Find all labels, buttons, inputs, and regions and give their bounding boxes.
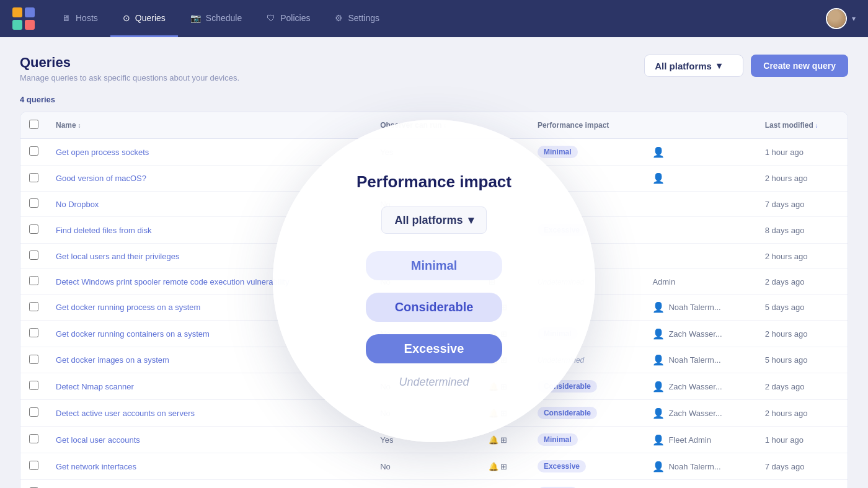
impact-badge: Minimal (538, 146, 578, 158)
author-cell: 👤Zach Wasser... (644, 321, 756, 347)
create-query-button[interactable]: Create new query (751, 55, 848, 77)
row-checkbox[interactable] (29, 328, 38, 337)
impact-badge: Excessive (538, 460, 586, 472)
row-checkbox[interactable] (29, 302, 38, 311)
logo[interactable] (12, 7, 35, 30)
author-cell: Admin (644, 269, 756, 295)
main-content: Queries Manage queries to ask specific q… (0, 37, 868, 488)
select-all-header[interactable] (20, 112, 47, 139)
author-cell: 👤 (644, 166, 756, 192)
windows-icon: ⊞ (489, 277, 495, 286)
query-name-link[interactable]: Get docker images on a system (56, 355, 169, 365)
row-checkbox[interactable] (29, 146, 38, 156)
windows-icon: ⊞ (500, 435, 507, 445)
author-icon: 👤 (652, 301, 665, 313)
table-row: Detect Nmap scannerNo🔔⊞Considerable👤Zach… (20, 373, 848, 400)
query-name-link[interactable]: Detect active user accounts on servers (56, 409, 195, 418)
nav-queries[interactable]: ⊙ Queries (110, 0, 178, 37)
select-all-checkbox[interactable] (29, 120, 38, 129)
impact-badge: Excessive (538, 224, 586, 236)
chevron-down-icon[interactable]: ▾ (852, 14, 856, 23)
platforms-cell: 🔔⊞ (480, 347, 529, 373)
author-icon: 👤 (652, 434, 665, 446)
observer-cell: No (371, 400, 480, 427)
impact-cell (529, 192, 644, 217)
table-row: No DropboxNo7 days ago (20, 192, 848, 217)
content-area: Queries Manage queries to ask specific q… (0, 37, 868, 488)
platform-icons: 🔔⊞ (489, 355, 520, 365)
platform-icons: 🔔⊞ (489, 303, 520, 312)
impact-cell: Considerable (529, 400, 644, 427)
nav-policies-label: Policies (280, 13, 310, 23)
platforms-cell: 🔔⊞ (480, 295, 529, 321)
platform-icons: 🔔⊞ (489, 462, 520, 471)
schedule-icon: 📷 (190, 13, 201, 23)
nav-hosts-label: Hosts (76, 13, 98, 23)
nav-hosts[interactable]: 🖥 Hosts (50, 0, 110, 37)
query-name-link[interactable]: Detect Nmap scanner (56, 382, 134, 391)
query-name-link[interactable]: Find deleted files from disk (56, 226, 152, 235)
nav-policies[interactable]: 🛡 Policies (254, 0, 322, 37)
impact-cell (529, 166, 644, 192)
impact-cell: Undetermined (529, 269, 644, 295)
query-name-link[interactable]: Get open process sockets (56, 148, 149, 157)
query-name-link[interactable]: Get network interfaces (56, 462, 136, 471)
nav-schedule[interactable]: 📷 Schedule (178, 0, 254, 37)
row-checkbox[interactable] (29, 173, 38, 182)
top-navigation: 🖥 Hosts ⊙ Queries 📷 Schedule 🛡 Policies … (0, 0, 868, 37)
toolbar: All platforms ▾ Create new query (644, 55, 848, 77)
query-name-link[interactable]: Good version of macOS? (56, 174, 146, 183)
row-checkbox[interactable] (29, 381, 38, 390)
query-name-link[interactable]: Get docker running process on a system (56, 303, 200, 312)
row-checkbox[interactable] (29, 407, 38, 417)
impact-cell: Considerable (529, 373, 644, 400)
query-name-link[interactable]: Get local user accounts (56, 435, 140, 445)
table-row: Get network interfacesNo🔔⊞Excessive👤Noah… (20, 453, 848, 480)
observer-cell: No (371, 217, 480, 244)
row-checkbox[interactable] (29, 276, 38, 285)
platforms-cell: 🔔⊞ (480, 373, 529, 400)
observer-cell: Yes (371, 139, 480, 166)
nav-settings[interactable]: ⚙ Settings (322, 0, 392, 37)
avatar[interactable] (826, 8, 847, 29)
query-name-link[interactable]: Get local users and their privileges (56, 252, 179, 261)
platform-dropdown[interactable]: All platforms ▾ (644, 55, 743, 77)
modified-cell: 2 days ago (756, 269, 848, 295)
query-name-link[interactable]: No Dropbox (56, 200, 99, 209)
author-name: Noah Talerm... (668, 303, 720, 312)
author-cell: 👤Noah Talerm... (644, 453, 756, 480)
observer-cell: No (371, 373, 480, 400)
table-row: Get etc hosts entriesNo🔔⊞Minimal👤Noah Ta… (20, 480, 848, 489)
author-icon: 👤 (652, 172, 665, 184)
observer-cell: No (371, 321, 480, 347)
col-observer[interactable]: Observer can run (371, 112, 480, 139)
query-name-link[interactable]: Get docker running containers on a syste… (56, 329, 210, 339)
modified-cell: 2 hours ago (756, 400, 848, 427)
impact-badge: Minimal (538, 327, 578, 340)
logo-dot-2 (25, 7, 35, 17)
platforms-cell: 🔔⊞ (480, 321, 529, 347)
row-checkbox[interactable] (29, 434, 38, 443)
author-cell: 👤Noah Talerm... (644, 480, 756, 489)
row-checkbox[interactable] (29, 461, 38, 470)
windows-icon: ⊞ (500, 382, 507, 391)
windows-icon: ⊞ (500, 329, 507, 339)
table-row: Detect Windows print spooler remote code… (20, 269, 848, 295)
chevron-down-icon: ▾ (717, 60, 722, 71)
row-checkbox[interactable] (29, 355, 38, 364)
table-row: Get local user accountsYes🔔⊞Minimal👤Flee… (20, 427, 848, 453)
query-name-link[interactable]: Detect Windows print spooler remote code… (56, 277, 289, 286)
logo-dot-4 (25, 20, 35, 30)
col-name[interactable]: Name (47, 112, 371, 139)
windows-icon: ⊞ (500, 303, 507, 312)
row-checkbox[interactable] (29, 224, 38, 234)
table-row: Get docker running process on a systemNo… (20, 295, 848, 321)
platforms-cell: ⊞ (480, 269, 529, 295)
row-checkbox[interactable] (29, 251, 38, 260)
policies-icon: 🛡 (267, 13, 275, 23)
col-modified[interactable]: Last modified (756, 112, 848, 139)
author-cell (644, 217, 756, 244)
row-checkbox[interactable] (29, 198, 38, 208)
modified-cell: 7 days ago (756, 192, 848, 217)
author-cell (644, 192, 756, 217)
